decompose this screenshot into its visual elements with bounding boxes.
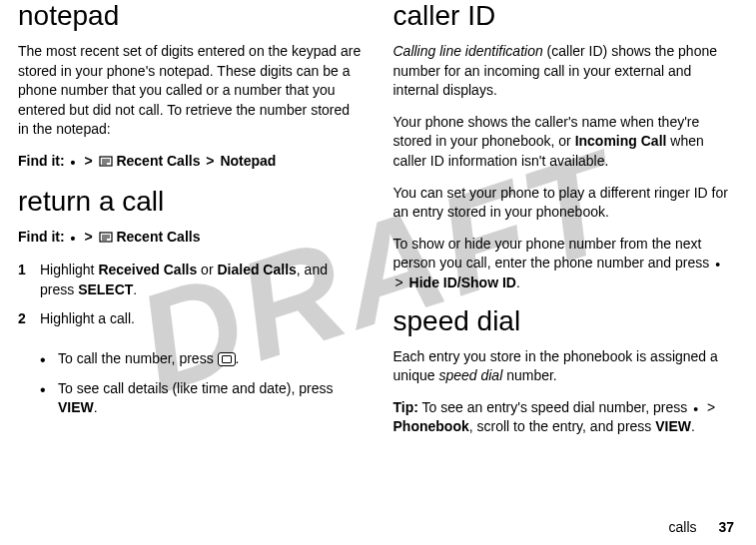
incoming-call-label: Incoming Call	[575, 133, 667, 149]
menu-key-icon	[69, 157, 79, 167]
menu-key-icon	[713, 259, 723, 269]
notepad-findit: Find it: > Recent Calls > Notepad	[18, 152, 364, 172]
gt-icon: >	[82, 152, 94, 172]
speed-para1-b: number.	[502, 367, 556, 383]
right-column: caller ID Calling line identification (c…	[393, 0, 739, 499]
footer-section: calls	[669, 519, 697, 535]
dialed-calls-label: Dialed Calls	[217, 262, 296, 277]
bullet1-text-a: To call the number, press	[58, 350, 218, 366]
bullet2-text-b: .	[94, 399, 98, 415]
view-label: VIEW	[58, 399, 94, 415]
callerid-para4-a: To show or hide your phone number from t…	[393, 236, 714, 272]
callerid-para1: Calling line identification (caller ID) …	[393, 42, 739, 101]
step-2: Highlight a call.	[18, 309, 364, 329]
callerid-para3: You can set your phone to play a differe…	[393, 184, 739, 223]
tip-b: , scroll to the entry, and press	[469, 418, 656, 434]
send-key-icon	[218, 352, 236, 366]
page-content: notepad The most recent set of digits en…	[0, 0, 756, 499]
gt-icon: >	[204, 152, 216, 172]
notepad-para: The most recent set of digits entered on…	[18, 42, 364, 140]
select-label: SELECT	[78, 281, 133, 297]
callerid-para2: Your phone shows the caller's name when …	[393, 113, 739, 172]
bullet-details: To see call details (like time and date)…	[40, 379, 364, 418]
return-findit: Find it: > Recent Calls	[18, 228, 364, 248]
recent-calls-label: Recent Calls	[116, 229, 200, 245]
speeddial-para1: Each entry you store in the phonebook is…	[393, 347, 739, 386]
hide-show-id-label: Hide ID/Show ID	[409, 274, 516, 290]
left-column: notepad The most recent set of digits en…	[18, 0, 364, 499]
findit-label: Find it:	[18, 153, 65, 169]
step1-or: or	[197, 262, 217, 277]
footer-page-number: 37	[718, 519, 734, 535]
callerid-heading: caller ID	[393, 0, 739, 32]
recent-calls-label: Recent Calls	[116, 153, 200, 169]
received-calls-label: Received Calls	[98, 262, 197, 277]
findit-label: Find it:	[18, 229, 65, 245]
speeddial-heading: speed dial	[393, 305, 739, 337]
phonebook-label: Phonebook	[393, 418, 469, 434]
tip-c: .	[691, 418, 695, 434]
menu-key-icon	[69, 233, 79, 243]
gt-icon: >	[705, 398, 717, 418]
notepad-heading: notepad	[18, 0, 364, 32]
page-footer: calls 37	[669, 519, 734, 535]
callerid-para4-b: .	[516, 274, 520, 290]
tip-label: Tip:	[393, 399, 418, 415]
step1-text-a: Highlight	[40, 262, 98, 277]
tip-a: To see an entry's speed dial number, pre…	[418, 399, 691, 415]
bullet1-text-b: .	[236, 350, 240, 366]
return-call-steps: Highlight Received Calls or Dialed Calls…	[18, 261, 364, 339]
return-call-bullets: To call the number, press . To see call …	[40, 349, 364, 428]
recent-calls-icon	[99, 229, 113, 241]
recent-calls-icon	[99, 153, 113, 165]
view-label: VIEW	[655, 418, 691, 434]
gt-icon: >	[393, 273, 405, 293]
bullet-call: To call the number, press .	[40, 349, 364, 369]
calling-line-term: Calling line identification	[393, 43, 543, 59]
return-call-heading: return a call	[18, 186, 364, 218]
callerid-para4: To show or hide your phone number from t…	[393, 235, 739, 293]
step1-text-c: .	[133, 281, 137, 297]
bullet2-text-a: To see call details (like time and date)…	[58, 380, 333, 396]
notepad-menu-label: Notepad	[220, 153, 276, 169]
gt-icon: >	[82, 228, 94, 248]
menu-key-icon	[691, 403, 701, 413]
speed-dial-term: speed dial	[438, 367, 502, 383]
step-1: Highlight Received Calls or Dialed Calls…	[18, 261, 364, 299]
speeddial-tip: Tip: To see an entry's speed dial number…	[393, 398, 739, 437]
